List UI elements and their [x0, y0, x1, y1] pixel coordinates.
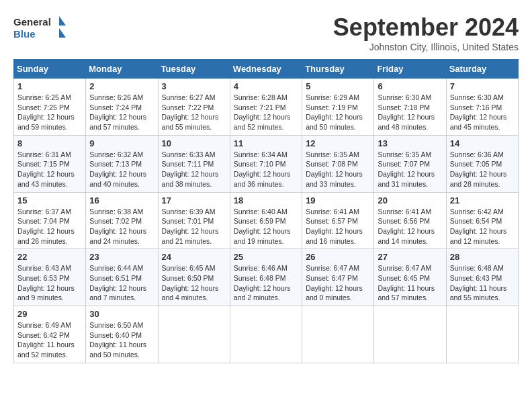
day-info: Sunrise: 6:31 AM Sunset: 7:15 PM Dayligh… — [17, 150, 82, 189]
day-number: 17 — [162, 195, 226, 205]
day-number: 26 — [306, 252, 370, 262]
day-number: 9 — [89, 138, 154, 148]
day-number: 25 — [234, 252, 298, 262]
logo: General Blue — [13, 13, 67, 43]
calendar-cell: 15 Sunrise: 6:37 AM Sunset: 7:04 PM Dayl… — [14, 192, 86, 249]
day-info: Sunrise: 6:29 AM Sunset: 7:19 PM Dayligh… — [306, 93, 370, 132]
title-area: September 2024 Johnston City, Illinois, … — [333, 13, 519, 52]
day-number: 1 — [17, 81, 82, 91]
calendar-cell: 26 Sunrise: 6:47 AM Sunset: 6:47 PM Dayl… — [302, 249, 374, 306]
day-info: Sunrise: 6:25 AM Sunset: 7:25 PM Dayligh… — [17, 93, 82, 132]
calendar-cell — [446, 306, 518, 363]
header-row: Sunday Monday Tuesday Wednesday Thursday… — [14, 60, 519, 79]
week-row-1: 1 Sunrise: 6:25 AM Sunset: 7:25 PM Dayli… — [14, 79, 519, 136]
day-info: Sunrise: 6:30 AM Sunset: 7:16 PM Dayligh… — [450, 93, 515, 132]
calendar-cell: 1 Sunrise: 6:25 AM Sunset: 7:25 PM Dayli… — [14, 79, 86, 136]
day-info: Sunrise: 6:37 AM Sunset: 7:04 PM Dayligh… — [17, 207, 82, 246]
day-number: 5 — [306, 81, 370, 91]
day-info: Sunrise: 6:49 AM Sunset: 6:42 PM Dayligh… — [17, 320, 82, 360]
day-info: Sunrise: 6:46 AM Sunset: 6:48 PM Dayligh… — [234, 263, 298, 303]
day-number: 11 — [234, 138, 298, 148]
calendar-cell: 19 Sunrise: 6:41 AM Sunset: 6:57 PM Dayl… — [302, 192, 374, 249]
day-number: 22 — [17, 252, 82, 262]
day-info: Sunrise: 6:35 AM Sunset: 7:08 PM Dayligh… — [306, 150, 370, 189]
calendar-cell: 12 Sunrise: 6:35 AM Sunset: 7:08 PM Dayl… — [302, 135, 374, 192]
day-info: Sunrise: 6:40 AM Sunset: 6:59 PM Dayligh… — [234, 207, 298, 246]
day-number: 16 — [89, 195, 154, 205]
day-number: 3 — [162, 81, 226, 91]
calendar-cell: 14 Sunrise: 6:36 AM Sunset: 7:05 PM Dayl… — [446, 135, 518, 192]
calendar-cell: 29 Sunrise: 6:49 AM Sunset: 6:42 PM Dayl… — [14, 306, 86, 363]
calendar-body: 1 Sunrise: 6:25 AM Sunset: 7:25 PM Dayli… — [14, 79, 519, 363]
calendar-cell: 28 Sunrise: 6:48 AM Sunset: 6:43 PM Dayl… — [446, 249, 518, 306]
col-friday: Friday — [374, 60, 446, 79]
day-info: Sunrise: 6:45 AM Sunset: 6:50 PM Dayligh… — [162, 263, 226, 303]
day-info: Sunrise: 6:47 AM Sunset: 6:47 PM Dayligh… — [306, 263, 370, 303]
col-thursday: Thursday — [302, 60, 374, 79]
calendar-cell: 27 Sunrise: 6:47 AM Sunset: 6:45 PM Dayl… — [374, 249, 446, 306]
calendar-table: Sunday Monday Tuesday Wednesday Thursday… — [13, 59, 519, 363]
week-row-3: 15 Sunrise: 6:37 AM Sunset: 7:04 PM Dayl… — [14, 192, 519, 249]
calendar-cell — [374, 306, 446, 363]
day-info: Sunrise: 6:41 AM Sunset: 6:57 PM Dayligh… — [306, 207, 370, 246]
day-number: 12 — [306, 138, 370, 148]
day-number: 8 — [17, 138, 82, 148]
day-info: Sunrise: 6:47 AM Sunset: 6:45 PM Dayligh… — [378, 263, 442, 303]
calendar-cell: 7 Sunrise: 6:30 AM Sunset: 7:16 PM Dayli… — [446, 79, 518, 136]
location: Johnston City, Illinois, United States — [333, 42, 519, 52]
day-number: 4 — [234, 81, 298, 91]
calendar-cell: 16 Sunrise: 6:38 AM Sunset: 7:02 PM Dayl… — [86, 192, 158, 249]
calendar-cell: 4 Sunrise: 6:28 AM Sunset: 7:21 PM Dayli… — [230, 79, 302, 136]
calendar-cell: 23 Sunrise: 6:44 AM Sunset: 6:51 PM Dayl… — [86, 249, 158, 306]
week-row-2: 8 Sunrise: 6:31 AM Sunset: 7:15 PM Dayli… — [14, 135, 519, 192]
day-info: Sunrise: 6:41 AM Sunset: 6:56 PM Dayligh… — [378, 207, 442, 246]
day-number: 19 — [306, 195, 370, 205]
calendar-cell: 25 Sunrise: 6:46 AM Sunset: 6:48 PM Dayl… — [230, 249, 302, 306]
calendar-cell: 3 Sunrise: 6:27 AM Sunset: 7:22 PM Dayli… — [158, 79, 230, 136]
logo-svg: General Blue — [13, 13, 67, 43]
day-info: Sunrise: 6:26 AM Sunset: 7:24 PM Dayligh… — [89, 93, 154, 132]
day-number: 15 — [17, 195, 82, 205]
col-sunday: Sunday — [14, 60, 86, 79]
calendar-cell: 10 Sunrise: 6:33 AM Sunset: 7:11 PM Dayl… — [158, 135, 230, 192]
day-info: Sunrise: 6:42 AM Sunset: 6:54 PM Dayligh… — [450, 207, 515, 246]
svg-marker-3 — [59, 28, 66, 38]
day-info: Sunrise: 6:30 AM Sunset: 7:18 PM Dayligh… — [378, 93, 442, 132]
week-row-4: 22 Sunrise: 6:43 AM Sunset: 6:53 PM Dayl… — [14, 249, 519, 306]
calendar-cell: 24 Sunrise: 6:45 AM Sunset: 6:50 PM Dayl… — [158, 249, 230, 306]
day-info: Sunrise: 6:35 AM Sunset: 7:07 PM Dayligh… — [378, 150, 442, 189]
day-info: Sunrise: 6:38 AM Sunset: 7:02 PM Dayligh… — [89, 207, 154, 246]
day-info: Sunrise: 6:36 AM Sunset: 7:05 PM Dayligh… — [450, 150, 515, 189]
calendar-cell: 9 Sunrise: 6:32 AM Sunset: 7:13 PM Dayli… — [86, 135, 158, 192]
day-number: 30 — [89, 309, 154, 319]
day-number: 23 — [89, 252, 154, 262]
day-number: 27 — [378, 252, 442, 262]
day-info: Sunrise: 6:50 AM Sunset: 6:40 PM Dayligh… — [89, 320, 154, 360]
day-info: Sunrise: 6:32 AM Sunset: 7:13 PM Dayligh… — [89, 150, 154, 189]
calendar-cell: 17 Sunrise: 6:39 AM Sunset: 7:01 PM Dayl… — [158, 192, 230, 249]
day-number: 18 — [234, 195, 298, 205]
day-info: Sunrise: 6:28 AM Sunset: 7:21 PM Dayligh… — [234, 93, 298, 132]
day-info: Sunrise: 6:43 AM Sunset: 6:53 PM Dayligh… — [17, 263, 82, 303]
calendar-cell: 11 Sunrise: 6:34 AM Sunset: 7:10 PM Dayl… — [230, 135, 302, 192]
week-row-5: 29 Sunrise: 6:49 AM Sunset: 6:42 PM Dayl… — [14, 306, 519, 363]
col-wednesday: Wednesday — [230, 60, 302, 79]
calendar-cell: 22 Sunrise: 6:43 AM Sunset: 6:53 PM Dayl… — [14, 249, 86, 306]
calendar-cell: 6 Sunrise: 6:30 AM Sunset: 7:18 PM Dayli… — [374, 79, 446, 136]
col-tuesday: Tuesday — [158, 60, 230, 79]
svg-text:General: General — [13, 16, 51, 28]
day-info: Sunrise: 6:39 AM Sunset: 7:01 PM Dayligh… — [162, 207, 226, 246]
calendar-cell — [302, 306, 374, 363]
calendar-cell: 21 Sunrise: 6:42 AM Sunset: 6:54 PM Dayl… — [446, 192, 518, 249]
day-number: 2 — [89, 81, 154, 91]
col-saturday: Saturday — [446, 60, 518, 79]
svg-text:Blue: Blue — [13, 28, 36, 40]
calendar-cell: 5 Sunrise: 6:29 AM Sunset: 7:19 PM Dayli… — [302, 79, 374, 136]
day-number: 13 — [378, 138, 442, 148]
day-number: 6 — [378, 81, 442, 91]
day-info: Sunrise: 6:27 AM Sunset: 7:22 PM Dayligh… — [162, 93, 226, 132]
day-number: 14 — [450, 138, 515, 148]
page-header: General Blue September 2024 Johnston Cit… — [13, 13, 519, 52]
day-number: 7 — [450, 81, 515, 91]
day-number: 21 — [450, 195, 515, 205]
